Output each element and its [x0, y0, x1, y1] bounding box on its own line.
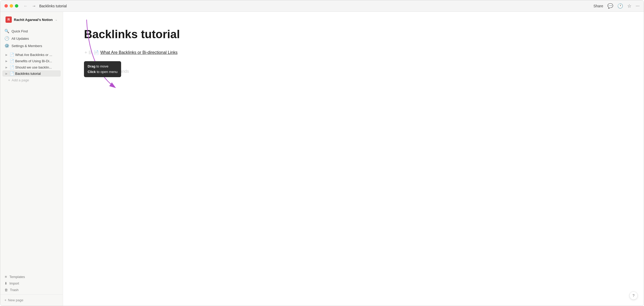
- expand-arrow: ▶: [4, 66, 9, 69]
- more-icon[interactable]: ···: [636, 3, 640, 9]
- plus-icon: +: [4, 298, 7, 302]
- sidebar-item-label: All Updates: [12, 37, 29, 41]
- sidebar-nav: 🔍 Quick Find 🕐 All Updates ⚙️ Settings &…: [0, 26, 63, 50]
- page-label: Should we use backlin...: [15, 65, 59, 69]
- help-button[interactable]: ?: [629, 291, 638, 300]
- page-icon: 📄: [10, 59, 14, 63]
- sidebar-item-quick-find[interactable]: 🔍 Quick Find: [2, 27, 61, 35]
- sidebar-item-trash[interactable]: 🗑 Trash: [2, 287, 61, 293]
- drag-dot: [91, 53, 91, 54]
- trash-label: Trash: [10, 288, 19, 292]
- sidebar-header: R Rachit Agarwal's Notion ⌄: [0, 12, 63, 26]
- templates-label: Templates: [9, 275, 25, 279]
- titlebar: ← → Backlinks tutorial Share 💬 🕐 ☆ ···: [0, 0, 644, 12]
- add-block-button[interactable]: +: [84, 50, 88, 55]
- sidebar-pages: ▶ 📄 What Are Backlinks or ... ▶ 📄 Benefi…: [0, 50, 63, 273]
- app-body: R Rachit Agarwal's Notion ⌄ 🔍 Quick Find…: [0, 12, 644, 306]
- main-content: Backlinks tutorial +: [63, 12, 644, 306]
- traffic-lights: [4, 4, 18, 8]
- chevron-down-icon: ⌄: [55, 18, 58, 21]
- comments-icon[interactable]: 💬: [607, 3, 613, 9]
- page-icon: 📄: [10, 53, 14, 57]
- titlebar-actions: Share 💬 🕐 ☆ ···: [594, 3, 640, 9]
- sidebar-item-label: Settings & Members: [12, 44, 42, 48]
- workspace-avatar: R: [5, 16, 12, 23]
- templates-icon: ✳: [4, 275, 7, 279]
- expand-arrow: ▶: [4, 53, 9, 56]
- block-controls: +: [84, 50, 92, 55]
- titlebar-page-name: Backlinks tutorial: [39, 4, 67, 8]
- sidebar-page-should-we[interactable]: ▶ 📄 Should we use backlin...: [2, 64, 61, 70]
- help-label: ?: [632, 293, 635, 298]
- trash-icon: 🗑: [4, 288, 8, 292]
- sidebar-item-templates[interactable]: ✳ Templates: [2, 274, 61, 280]
- slash-hint-block: / for commands: [84, 69, 623, 74]
- block-content: 📄 What Are Backlinks or Bi-directional L…: [94, 50, 178, 55]
- new-page-button[interactable]: + New page: [4, 297, 59, 304]
- drag-handle[interactable]: [88, 50, 92, 55]
- sidebar-item-import[interactable]: ⬇ Import: [2, 280, 61, 287]
- sidebar-page-what-are-backlinks[interactable]: ▶ 📄 What Are Backlinks or ...: [2, 52, 61, 58]
- history-icon[interactable]: 🕐: [617, 3, 623, 9]
- sidebar-item-settings[interactable]: ⚙️ Settings & Members: [2, 42, 61, 49]
- drag-dot: [91, 51, 91, 52]
- page-link[interactable]: What Are Backlinks or Bi-directional Lin…: [100, 50, 178, 55]
- workspace-name: Rachit Agarwal's Notion: [14, 18, 53, 22]
- add-page-button[interactable]: + Add a page: [4, 77, 59, 83]
- drag-bold: Drag: [88, 64, 95, 68]
- expand-arrow: ▶: [4, 60, 9, 63]
- drag-dot: [89, 51, 90, 52]
- close-button[interactable]: [4, 4, 8, 8]
- import-icon: ⬇: [4, 281, 7, 285]
- sidebar-item-all-updates[interactable]: 🕐 All Updates: [2, 35, 61, 42]
- drag-dot: [89, 52, 90, 53]
- click-rest: to open menu: [96, 70, 117, 74]
- titlebar-nav: ← → Backlinks tutorial: [22, 3, 594, 9]
- maximize-button[interactable]: [15, 4, 18, 8]
- expand-arrow: ▶: [4, 72, 9, 75]
- forward-arrow[interactable]: →: [31, 3, 37, 9]
- sidebar-footer: ✳ Templates ⬇ Import 🗑 Trash: [0, 273, 63, 294]
- sidebar: R Rachit Agarwal's Notion ⌄ 🔍 Quick Find…: [0, 12, 63, 306]
- workspace-row[interactable]: R Rachit Agarwal's Notion ⌄: [3, 15, 60, 24]
- share-button[interactable]: Share: [594, 4, 603, 8]
- sidebar-item-label: Quick Find: [12, 29, 28, 33]
- settings-icon: ⚙️: [4, 43, 9, 48]
- sidebar-page-benefits[interactable]: ▶ 📄 Benefits of Using Bi-Di...: [2, 58, 61, 64]
- new-page-label: New page: [8, 298, 24, 302]
- plus-icon: +: [8, 78, 10, 82]
- sidebar-page-backlinks-tutorial[interactable]: ▶ 📄 Backlinks tutorial: [2, 70, 61, 77]
- drag-dot: [89, 53, 90, 54]
- updates-icon: 🕐: [4, 36, 9, 41]
- click-bold: Click: [88, 70, 96, 74]
- sidebar-bottom: + New page: [0, 294, 63, 306]
- import-label: Import: [9, 281, 19, 285]
- drag-dot: [91, 52, 91, 53]
- page-icon: 📄: [10, 71, 14, 76]
- page-link-icon: 📄: [94, 50, 99, 55]
- favorite-icon[interactable]: ☆: [627, 3, 631, 9]
- add-page-label: Add a page: [12, 78, 29, 82]
- minimize-button[interactable]: [10, 4, 13, 8]
- page-label: What Are Backlinks or ...: [15, 53, 59, 57]
- page-title: Backlinks tutorial: [84, 27, 623, 41]
- drag-rest: to move: [95, 64, 109, 68]
- back-arrow[interactable]: ←: [22, 3, 29, 9]
- page-icon: 📄: [10, 65, 14, 69]
- content-area: + 📄 What Are Backlinks or Bi-directio: [84, 50, 623, 74]
- content-block: + 📄 What Are Backlinks or Bi-directio: [84, 50, 623, 55]
- search-icon: 🔍: [4, 29, 9, 33]
- drag-tooltip: Drag to move Click to open menu: [84, 61, 121, 77]
- page-label: Backlinks tutorial: [15, 72, 59, 76]
- page-label: Benefits of Using Bi-Di...: [15, 59, 59, 63]
